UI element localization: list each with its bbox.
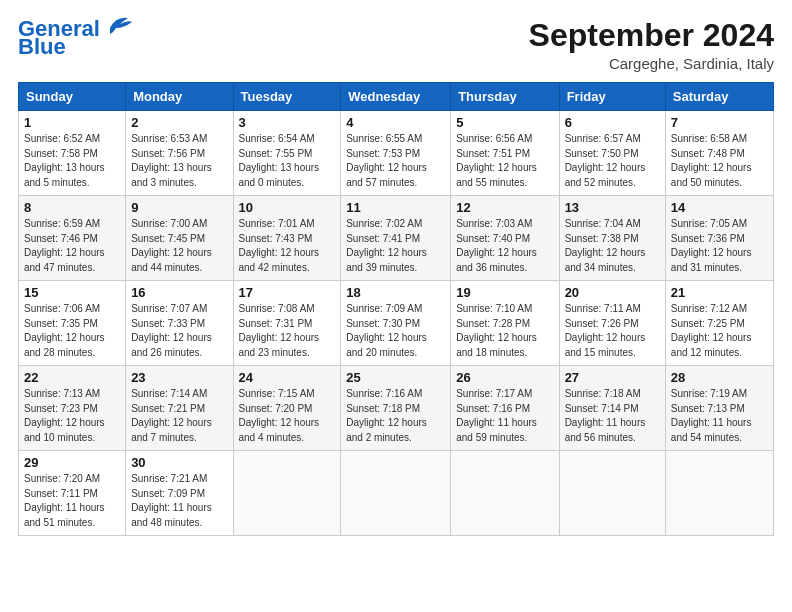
table-row: 18 Sunrise: 7:09 AMSunset: 7:30 PMDaylig… xyxy=(341,281,451,366)
calendar-week-row: 15 Sunrise: 7:06 AMSunset: 7:35 PMDaylig… xyxy=(19,281,774,366)
calendar-table: Sunday Monday Tuesday Wednesday Thursday… xyxy=(18,82,774,536)
table-row xyxy=(665,451,773,536)
day-info: Sunrise: 6:55 AMSunset: 7:53 PMDaylight:… xyxy=(346,133,427,188)
day-number: 14 xyxy=(671,200,768,215)
table-row: 2 Sunrise: 6:53 AMSunset: 7:56 PMDayligh… xyxy=(126,111,233,196)
day-info: Sunrise: 7:16 AMSunset: 7:18 PMDaylight:… xyxy=(346,388,427,443)
day-number: 22 xyxy=(24,370,120,385)
table-row: 9 Sunrise: 7:00 AMSunset: 7:45 PMDayligh… xyxy=(126,196,233,281)
col-wednesday: Wednesday xyxy=(341,83,451,111)
table-row xyxy=(559,451,665,536)
table-row: 10 Sunrise: 7:01 AMSunset: 7:43 PMDaylig… xyxy=(233,196,341,281)
day-info: Sunrise: 7:10 AMSunset: 7:28 PMDaylight:… xyxy=(456,303,537,358)
calendar-header-row: Sunday Monday Tuesday Wednesday Thursday… xyxy=(19,83,774,111)
day-number: 25 xyxy=(346,370,445,385)
table-row: 19 Sunrise: 7:10 AMSunset: 7:28 PMDaylig… xyxy=(451,281,559,366)
table-row: 30 Sunrise: 7:21 AMSunset: 7:09 PMDaylig… xyxy=(126,451,233,536)
table-row: 27 Sunrise: 7:18 AMSunset: 7:14 PMDaylig… xyxy=(559,366,665,451)
table-row: 20 Sunrise: 7:11 AMSunset: 7:26 PMDaylig… xyxy=(559,281,665,366)
day-info: Sunrise: 7:07 AMSunset: 7:33 PMDaylight:… xyxy=(131,303,212,358)
day-info: Sunrise: 6:59 AMSunset: 7:46 PMDaylight:… xyxy=(24,218,105,273)
table-row: 28 Sunrise: 7:19 AMSunset: 7:13 PMDaylig… xyxy=(665,366,773,451)
day-number: 30 xyxy=(131,455,227,470)
day-info: Sunrise: 6:52 AMSunset: 7:58 PMDaylight:… xyxy=(24,133,105,188)
table-row: 26 Sunrise: 7:17 AMSunset: 7:16 PMDaylig… xyxy=(451,366,559,451)
day-number: 13 xyxy=(565,200,660,215)
table-row: 25 Sunrise: 7:16 AMSunset: 7:18 PMDaylig… xyxy=(341,366,451,451)
day-info: Sunrise: 7:13 AMSunset: 7:23 PMDaylight:… xyxy=(24,388,105,443)
day-info: Sunrise: 7:11 AMSunset: 7:26 PMDaylight:… xyxy=(565,303,646,358)
day-info: Sunrise: 6:57 AMSunset: 7:50 PMDaylight:… xyxy=(565,133,646,188)
table-row: 23 Sunrise: 7:14 AMSunset: 7:21 PMDaylig… xyxy=(126,366,233,451)
day-number: 8 xyxy=(24,200,120,215)
month-title: September 2024 xyxy=(529,18,774,53)
day-info: Sunrise: 6:54 AMSunset: 7:55 PMDaylight:… xyxy=(239,133,320,188)
day-number: 10 xyxy=(239,200,336,215)
day-number: 6 xyxy=(565,115,660,130)
calendar-week-row: 1 Sunrise: 6:52 AMSunset: 7:58 PMDayligh… xyxy=(19,111,774,196)
day-info: Sunrise: 7:19 AMSunset: 7:13 PMDaylight:… xyxy=(671,388,752,443)
calendar-week-row: 29 Sunrise: 7:20 AMSunset: 7:11 PMDaylig… xyxy=(19,451,774,536)
col-monday: Monday xyxy=(126,83,233,111)
day-number: 3 xyxy=(239,115,336,130)
day-info: Sunrise: 7:12 AMSunset: 7:25 PMDaylight:… xyxy=(671,303,752,358)
col-saturday: Saturday xyxy=(665,83,773,111)
day-info: Sunrise: 6:58 AMSunset: 7:48 PMDaylight:… xyxy=(671,133,752,188)
table-row: 3 Sunrise: 6:54 AMSunset: 7:55 PMDayligh… xyxy=(233,111,341,196)
day-number: 7 xyxy=(671,115,768,130)
day-number: 2 xyxy=(131,115,227,130)
table-row: 14 Sunrise: 7:05 AMSunset: 7:36 PMDaylig… xyxy=(665,196,773,281)
day-info: Sunrise: 7:15 AMSunset: 7:20 PMDaylight:… xyxy=(239,388,320,443)
day-number: 28 xyxy=(671,370,768,385)
day-info: Sunrise: 7:20 AMSunset: 7:11 PMDaylight:… xyxy=(24,473,105,528)
day-info: Sunrise: 7:18 AMSunset: 7:14 PMDaylight:… xyxy=(565,388,646,443)
table-row xyxy=(341,451,451,536)
table-row xyxy=(233,451,341,536)
day-info: Sunrise: 6:53 AMSunset: 7:56 PMDaylight:… xyxy=(131,133,212,188)
table-row: 1 Sunrise: 6:52 AMSunset: 7:58 PMDayligh… xyxy=(19,111,126,196)
day-number: 20 xyxy=(565,285,660,300)
table-row: 13 Sunrise: 7:04 AMSunset: 7:38 PMDaylig… xyxy=(559,196,665,281)
location: Cargeghe, Sardinia, Italy xyxy=(529,55,774,72)
col-friday: Friday xyxy=(559,83,665,111)
day-info: Sunrise: 7:08 AMSunset: 7:31 PMDaylight:… xyxy=(239,303,320,358)
day-number: 4 xyxy=(346,115,445,130)
table-row: 5 Sunrise: 6:56 AMSunset: 7:51 PMDayligh… xyxy=(451,111,559,196)
table-row: 7 Sunrise: 6:58 AMSunset: 7:48 PMDayligh… xyxy=(665,111,773,196)
day-number: 5 xyxy=(456,115,553,130)
day-number: 11 xyxy=(346,200,445,215)
table-row: 29 Sunrise: 7:20 AMSunset: 7:11 PMDaylig… xyxy=(19,451,126,536)
day-number: 15 xyxy=(24,285,120,300)
table-row: 22 Sunrise: 7:13 AMSunset: 7:23 PMDaylig… xyxy=(19,366,126,451)
table-row: 15 Sunrise: 7:06 AMSunset: 7:35 PMDaylig… xyxy=(19,281,126,366)
day-number: 29 xyxy=(24,455,120,470)
col-sunday: Sunday xyxy=(19,83,126,111)
day-info: Sunrise: 7:04 AMSunset: 7:38 PMDaylight:… xyxy=(565,218,646,273)
day-info: Sunrise: 7:05 AMSunset: 7:36 PMDaylight:… xyxy=(671,218,752,273)
day-number: 12 xyxy=(456,200,553,215)
table-row: 24 Sunrise: 7:15 AMSunset: 7:20 PMDaylig… xyxy=(233,366,341,451)
day-number: 16 xyxy=(131,285,227,300)
day-info: Sunrise: 7:00 AMSunset: 7:45 PMDaylight:… xyxy=(131,218,212,273)
day-info: Sunrise: 7:21 AMSunset: 7:09 PMDaylight:… xyxy=(131,473,212,528)
day-number: 17 xyxy=(239,285,336,300)
day-number: 1 xyxy=(24,115,120,130)
day-info: Sunrise: 6:56 AMSunset: 7:51 PMDaylight:… xyxy=(456,133,537,188)
day-number: 19 xyxy=(456,285,553,300)
day-info: Sunrise: 7:09 AMSunset: 7:30 PMDaylight:… xyxy=(346,303,427,358)
day-info: Sunrise: 7:03 AMSunset: 7:40 PMDaylight:… xyxy=(456,218,537,273)
table-row: 4 Sunrise: 6:55 AMSunset: 7:53 PMDayligh… xyxy=(341,111,451,196)
day-info: Sunrise: 7:14 AMSunset: 7:21 PMDaylight:… xyxy=(131,388,212,443)
header: General Blue September 2024 Cargeghe, Sa… xyxy=(18,18,774,72)
day-info: Sunrise: 7:02 AMSunset: 7:41 PMDaylight:… xyxy=(346,218,427,273)
day-info: Sunrise: 7:06 AMSunset: 7:35 PMDaylight:… xyxy=(24,303,105,358)
day-number: 9 xyxy=(131,200,227,215)
day-info: Sunrise: 7:01 AMSunset: 7:43 PMDaylight:… xyxy=(239,218,320,273)
day-number: 18 xyxy=(346,285,445,300)
logo-blue-text: Blue xyxy=(18,36,66,58)
day-number: 24 xyxy=(239,370,336,385)
table-row: 12 Sunrise: 7:03 AMSunset: 7:40 PMDaylig… xyxy=(451,196,559,281)
logo: General Blue xyxy=(18,18,134,58)
calendar-week-row: 8 Sunrise: 6:59 AMSunset: 7:46 PMDayligh… xyxy=(19,196,774,281)
logo-bird-icon xyxy=(102,14,134,36)
